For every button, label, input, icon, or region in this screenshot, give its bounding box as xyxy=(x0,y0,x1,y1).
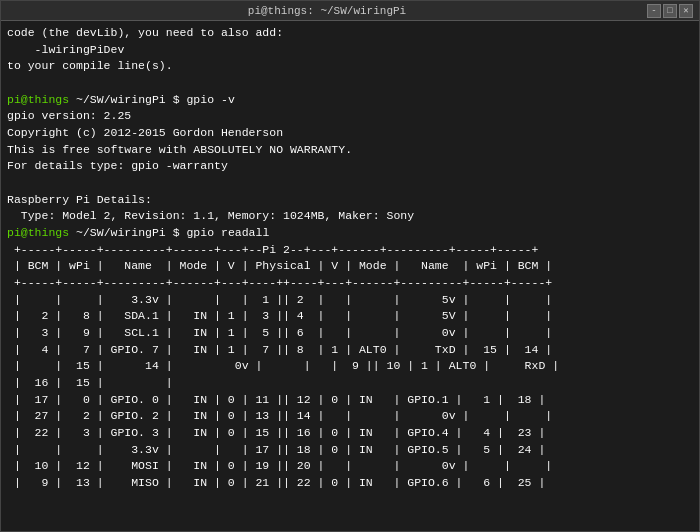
minimize-button[interactable]: - xyxy=(647,4,661,18)
window-title: pi@things: ~/SW/wiringPi xyxy=(7,5,647,17)
title-bar: pi@things: ~/SW/wiringPi - □ ✕ xyxy=(1,1,699,21)
close-button[interactable]: ✕ xyxy=(679,4,693,18)
maximize-button[interactable]: □ xyxy=(663,4,677,18)
window-controls[interactable]: - □ ✕ xyxy=(647,4,693,18)
terminal-content: code (the devLib), you need to also add:… xyxy=(1,21,699,531)
terminal-window: pi@things: ~/SW/wiringPi - □ ✕ code (the… xyxy=(0,0,700,532)
